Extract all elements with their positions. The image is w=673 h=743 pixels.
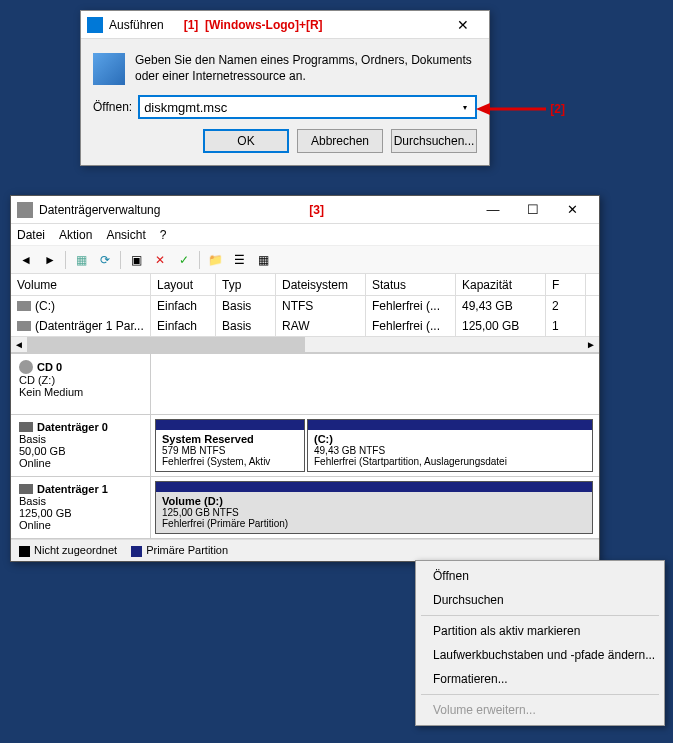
annotation-1: [1] [Windows-Logo]+[R] [184, 18, 323, 32]
disk0-type: Basis [19, 433, 142, 445]
cd-drive-letter: CD (Z:) [19, 374, 142, 386]
toolbar-refresh-icon[interactable]: ⟳ [96, 251, 114, 269]
dm-legend: Nicht zugeordnet Primäre Partition [11, 539, 599, 561]
menu-help[interactable]: ? [160, 228, 167, 242]
col-volume[interactable]: Volume [11, 274, 151, 295]
menu-file[interactable]: Datei [17, 228, 45, 242]
run-ok-button[interactable]: OK [203, 129, 289, 153]
table-scrollbar[interactable]: ◄ ► [11, 336, 599, 352]
dm-window-icon [17, 202, 33, 218]
menu-view[interactable]: Ansicht [106, 228, 145, 242]
toolbar-folder-icon[interactable]: 📁 [206, 251, 224, 269]
table-row[interactable]: (Datenträger 1 Par... Einfach Basis RAW … [11, 316, 599, 336]
cd-status: Kein Medium [19, 386, 142, 398]
toolbar-view-icon[interactable]: ▦ [72, 251, 90, 269]
svg-marker-1 [476, 103, 490, 115]
col-type[interactable]: Typ [216, 274, 276, 295]
dm-graphical-view: CD 0 CD (Z:) Kein Medium Datenträger 0 B… [11, 353, 599, 539]
dm-menubar: Datei Aktion Ansicht ? [11, 224, 599, 246]
scroll-left-icon[interactable]: ◄ [11, 339, 27, 350]
disk1-status: Online [19, 519, 142, 531]
dm-titlebar: Datenträgerverwaltung [3] — ☐ ✕ [11, 196, 599, 224]
disk-icon [19, 484, 33, 494]
disk-row-1: Datenträger 1 Basis 125,00 GB Online Vol… [11, 477, 599, 539]
scroll-right-icon[interactable]: ► [583, 339, 599, 350]
annotation-3: [3] [309, 203, 324, 217]
run-description: Geben Sie den Namen eines Programms, Ord… [135, 53, 477, 84]
legend-primary: Primäre Partition [131, 544, 228, 557]
partition-system-reserved[interactable]: System Reserved 579 MB NTFS Fehlerfrei (… [155, 419, 305, 472]
run-input[interactable] [144, 100, 459, 115]
table-row[interactable]: (C:) Einfach Basis NTFS Fehlerfrei (... … [11, 296, 599, 316]
toolbar-list-icon[interactable]: ☰ [230, 251, 248, 269]
cm-mark-active[interactable]: Partition als aktiv markieren [419, 619, 661, 643]
run-open-label: Öffnen: [93, 100, 132, 114]
legend-unallocated: Nicht zugeordnet [19, 544, 117, 557]
col-status[interactable]: Status [366, 274, 456, 295]
col-layout[interactable]: Layout [151, 274, 216, 295]
cm-separator [421, 615, 659, 616]
run-dialog: Ausführen [1] [Windows-Logo]+[R] ✕ Geben… [80, 10, 490, 166]
toolbar-check-icon[interactable]: ✓ [175, 251, 193, 269]
disk-row-0: Datenträger 0 Basis 50,00 GB Online Syst… [11, 415, 599, 477]
run-window-icon [87, 17, 103, 33]
disk0-status: Online [19, 457, 142, 469]
disk-management-window: Datenträgerverwaltung [3] — ☐ ✕ Datei Ak… [10, 195, 600, 562]
dm-minimize-button[interactable]: — [473, 198, 513, 222]
toolbar-grid-icon[interactable]: ▦ [254, 251, 272, 269]
cm-explore[interactable]: Durchsuchen [419, 588, 661, 612]
volume-icon [17, 301, 31, 311]
disk-row-cd: CD 0 CD (Z:) Kein Medium [11, 353, 599, 415]
toolbar-delete-icon[interactable]: ✕ [151, 251, 169, 269]
disk1-size: 125,00 GB [19, 507, 142, 519]
dm-table-header: Volume Layout Typ Dateisystem Status Kap… [11, 274, 599, 296]
menu-action[interactable]: Aktion [59, 228, 92, 242]
dm-title: Datenträgerverwaltung [39, 203, 160, 217]
watermark-side: www.SoftwareOK.de :-) [667, 525, 673, 743]
scroll-thumb[interactable] [27, 337, 305, 352]
cm-open[interactable]: Öffnen [419, 564, 661, 588]
dm-toolbar: ◄ ► ▦ ⟳ ▣ ✕ ✓ 📁 ☰ ▦ [11, 246, 599, 274]
run-dropdown-icon[interactable]: ▾ [459, 101, 471, 113]
run-program-icon [93, 53, 125, 85]
run-cancel-button[interactable]: Abbrechen [297, 129, 383, 153]
cm-change-letter[interactable]: Laufwerkbuchstaben und -pfade ändern... [419, 643, 661, 667]
cm-extend: Volume erweitern... [419, 698, 661, 722]
run-input-combobox[interactable]: ▾ [2] [138, 95, 477, 119]
partition-d[interactable]: Volume (D:) 125,00 GB NTFS Fehlerfrei (P… [155, 481, 593, 534]
disk0-size: 50,00 GB [19, 445, 142, 457]
partition-c[interactable]: (C:) 49,43 GB NTFS Fehlerfrei (Startpart… [307, 419, 593, 472]
col-capacity[interactable]: Kapazität [456, 274, 546, 295]
dm-volume-table: Volume Layout Typ Dateisystem Status Kap… [11, 274, 599, 353]
run-title: Ausführen [109, 18, 164, 32]
disk1-type: Basis [19, 495, 142, 507]
annotation-2-arrow: [2] [476, 99, 565, 119]
cd-icon [19, 360, 33, 374]
toolbar-back-icon[interactable]: ◄ [17, 251, 35, 269]
context-menu: Öffnen Durchsuchen Partition als aktiv m… [415, 560, 665, 726]
dm-close-button[interactable]: ✕ [553, 198, 593, 222]
toolbar-fwd-icon[interactable]: ► [41, 251, 59, 269]
disk-icon [19, 422, 33, 432]
volume-icon [17, 321, 31, 331]
col-filesystem[interactable]: Dateisystem [276, 274, 366, 295]
cm-separator [421, 694, 659, 695]
run-browse-button[interactable]: Durchsuchen... [391, 129, 477, 153]
col-free[interactable]: F [546, 274, 586, 295]
run-titlebar: Ausführen [1] [Windows-Logo]+[R] ✕ [81, 11, 489, 39]
cm-format[interactable]: Formatieren... [419, 667, 661, 691]
run-close-button[interactable]: ✕ [443, 13, 483, 37]
toolbar-props-icon[interactable]: ▣ [127, 251, 145, 269]
dm-maximize-button[interactable]: ☐ [513, 198, 553, 222]
